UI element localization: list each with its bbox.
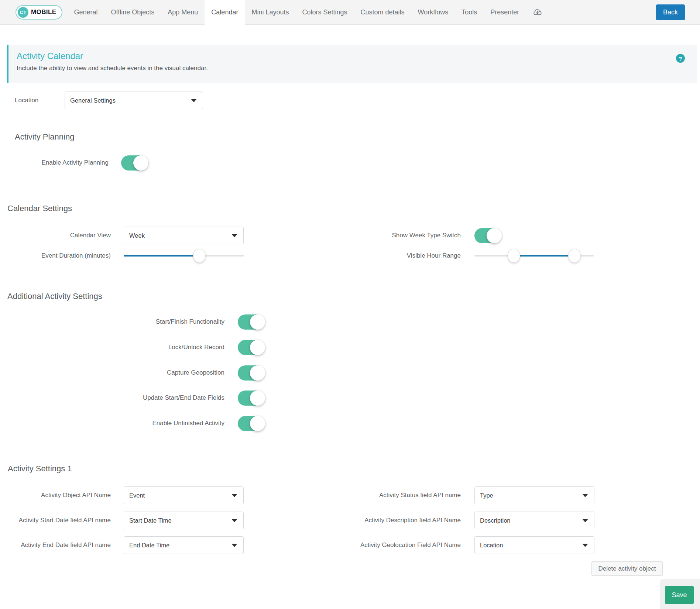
activity-geolocation-field-api-name-select[interactable]: Location: [474, 536, 594, 554]
activity-status-field-api-name-select[interactable]: Type: [474, 486, 594, 504]
caret-down-icon: [231, 234, 237, 237]
calendar-view-select[interactable]: Week: [124, 227, 244, 244]
toggle-knob: [250, 314, 265, 330]
slider-handle-start[interactable]: [508, 249, 520, 263]
activity-object-api-name-label: Activity Object API Name: [0, 492, 111, 499]
save-panel: Save: [660, 579, 700, 609]
caret-down-icon: [582, 494, 588, 497]
select-value: Type: [480, 492, 493, 499]
nav-tabs: General Offline Objects App Menu Calenda…: [68, 0, 549, 25]
select-value: Start Date Time: [129, 517, 172, 524]
calendar-view-select-value: Week: [129, 232, 145, 239]
visible-hour-range-label: Visible Hour Range: [244, 252, 461, 259]
lock-unlock-record-toggle[interactable]: [238, 340, 264, 355]
enable-activity-planning-row: Enable Activity Planning: [0, 155, 185, 171]
calendar-view-row: Calendar View Week Show Week Type Switch: [0, 227, 517, 244]
field-row: Activity Object API Name Event Activity …: [0, 486, 609, 504]
tab-colors-settings[interactable]: Colors Settings: [295, 0, 354, 25]
toggle-row: Capture Geoposition: [0, 365, 281, 381]
toggle-row: Update Start/End Date Fields: [0, 390, 281, 406]
caret-down-icon: [582, 544, 588, 547]
tab-mini-layouts[interactable]: Mini Layouts: [245, 0, 295, 25]
show-week-type-label: Show Week Type Switch: [244, 232, 461, 239]
caret-down-icon: [191, 99, 197, 102]
select-value: Description: [480, 517, 511, 524]
tab-general[interactable]: General: [68, 0, 104, 25]
enable-activity-planning-label: Enable Activity Planning: [0, 159, 109, 166]
toggle-row: Lock/Unlock Record: [0, 340, 281, 355]
cloud-download-icon[interactable]: [526, 0, 549, 25]
help-icon[interactable]: ?: [676, 54, 685, 63]
calendar-settings-heading: Calendar Settings: [7, 204, 72, 213]
enable-unfinished-activity-toggle[interactable]: [238, 416, 264, 431]
banner-title: Activity Calendar: [17, 51, 697, 61]
update-start-end-date-fields-label: Update Start/End Date Fields: [0, 394, 224, 402]
enable-unfinished-activity-label: Enable Unfinished Activity: [0, 420, 224, 427]
tab-offline-objects[interactable]: Offline Objects: [104, 0, 161, 25]
capture-geoposition-toggle[interactable]: [238, 365, 264, 381]
activity-start-date-field-api-name-label: Activity Start Date field API name: [0, 517, 111, 524]
activity-status-field-api-name-label: Activity Status field API name: [244, 492, 461, 499]
slider-range-fill: [514, 255, 575, 257]
location-select-value: General Settings: [70, 97, 116, 104]
logo-text: MOBILE: [31, 8, 56, 16]
slider-handle[interactable]: [193, 249, 206, 263]
select-value: End Date Time: [129, 542, 169, 549]
start-finish-functionality-toggle[interactable]: [238, 314, 264, 330]
toggle-knob: [487, 228, 502, 243]
event-duration-slider[interactable]: [124, 247, 244, 265]
caret-down-icon: [231, 494, 237, 497]
event-duration-label: Event Duration (minutes): [0, 252, 111, 259]
activity-description-field-api-name-select[interactable]: Description: [474, 512, 594, 529]
tab-app-menu[interactable]: App Menu: [161, 0, 205, 25]
back-button[interactable]: Back: [656, 4, 685, 20]
capture-geoposition-label: Capture Geoposition: [0, 369, 224, 376]
activity-settings-1-heading: Activity Settings 1: [8, 464, 72, 474]
toggle-knob: [133, 155, 148, 171]
location-select[interactable]: General Settings: [65, 92, 203, 109]
field-row: Activity Start Date field API name Start…: [0, 512, 609, 529]
enable-activity-planning-toggle[interactable]: [121, 155, 148, 171]
activity-geolocation-field-api-name-label: Activity Geolocation Field API Name: [244, 541, 461, 549]
tab-custom-details[interactable]: Custom details: [354, 0, 411, 25]
location-label: Location: [0, 97, 50, 104]
top-navbar: CT MOBILE General Offline Objects App Me…: [0, 0, 700, 25]
select-value: Location: [480, 542, 503, 549]
visible-hour-range-slider[interactable]: [474, 247, 594, 265]
delete-activity-object-button[interactable]: Delete activity object: [591, 561, 663, 576]
tab-calendar[interactable]: Calendar: [205, 0, 245, 28]
slider-handle-end[interactable]: [568, 249, 581, 263]
sliders-row: Event Duration (minutes) Visible Hour Ra…: [0, 247, 609, 265]
update-start-end-date-fields-toggle[interactable]: [238, 390, 264, 406]
start-finish-functionality-label: Start/Finish Functionality: [0, 318, 224, 326]
toggle-knob: [250, 416, 265, 431]
toggle-row: Enable Unfinished Activity: [0, 416, 281, 431]
show-week-type-toggle[interactable]: [474, 228, 501, 243]
location-row: Location General Settings: [0, 92, 244, 109]
tab-presenter[interactable]: Presenter: [484, 0, 526, 25]
tab-tools[interactable]: Tools: [455, 0, 484, 25]
activity-planning-heading: Activity Planning: [15, 132, 74, 142]
calendar-view-label: Calendar View: [0, 232, 111, 239]
slider-fill: [124, 255, 199, 257]
activity-start-date-field-api-name-select[interactable]: Start Date Time: [124, 512, 244, 529]
activity-calendar-banner: Activity Calendar Include the ability to…: [7, 45, 697, 83]
banner-subtitle: Include the ability to view and schedule…: [17, 65, 697, 72]
activity-description-field-api-name-label: Activity Description field API Name: [244, 517, 461, 524]
ct-logo-icon: CT: [18, 7, 28, 18]
caret-down-icon: [582, 519, 588, 522]
activity-end-date-field-api-name-label: Activity End Date field API name: [0, 541, 111, 549]
field-row: Activity End Date field API name End Dat…: [0, 536, 609, 554]
activity-object-api-name-select[interactable]: Event: [124, 486, 244, 504]
activity-end-date-field-api-name-select[interactable]: End Date Time: [124, 536, 244, 554]
tab-workflows[interactable]: Workflows: [411, 0, 455, 25]
toggle-knob: [250, 340, 265, 355]
toggle-knob: [250, 365, 265, 381]
save-button[interactable]: Save: [665, 586, 694, 604]
caret-down-icon: [231, 519, 237, 522]
toggle-knob: [250, 390, 265, 406]
calendar-settings-page: CT MOBILE General Offline Objects App Me…: [0, 0, 700, 609]
ct-mobile-logo: CT MOBILE: [16, 5, 62, 20]
additional-activity-settings-heading: Additional Activity Settings: [7, 292, 102, 301]
toggle-row: Start/Finish Functionality: [0, 314, 281, 330]
